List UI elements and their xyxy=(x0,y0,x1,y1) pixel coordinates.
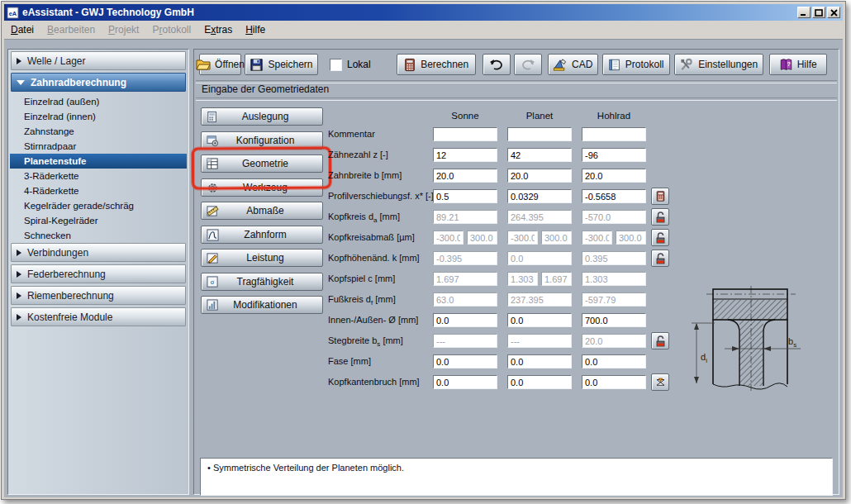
nav-konfiguration-button[interactable]: Konfiguration xyxy=(201,131,323,150)
save-floppy-icon xyxy=(250,58,264,72)
field-kopfkantenbruch-mm-sonne[interactable] xyxy=(433,375,497,389)
sidebar-item-kegelr-der-gerade-schr-g[interactable]: Kegelräder gerade/schräg xyxy=(10,198,187,213)
field-kopfh-hen-nd-k-mm-sonne xyxy=(433,251,497,265)
field-z-hnezahl-z-planet[interactable] xyxy=(507,148,572,162)
row-label-kopfkreis-d: Kopfkreis da [mm] xyxy=(328,210,434,225)
sidebar-section-kostenfreie-module[interactable]: Kostenfreie Module xyxy=(11,307,186,326)
sidebar-section-federberechnung[interactable]: Federberechnung xyxy=(11,264,186,283)
toolbar-cad-button[interactable]: CAD xyxy=(548,54,598,75)
toolbar-ffnen-button[interactable]: Öffnen xyxy=(199,54,241,75)
lock-button-stegbreite-b[interactable] xyxy=(651,332,669,349)
field-innen-au-en-mm-planet[interactable] xyxy=(507,313,572,327)
field-profilverschiebungsf-x-hohlrad[interactable] xyxy=(582,189,646,203)
toolbar-button-label: CAD xyxy=(572,59,592,70)
sidebar-section-zahnradberechnung[interactable]: Zahnradberechnung xyxy=(11,73,186,92)
sidebar-item-stirnradpaar[interactable]: Stirnradpaar xyxy=(10,139,187,154)
lock-icon xyxy=(654,231,667,245)
redo-arrow-icon xyxy=(521,59,535,70)
field-fase-mm-sonne[interactable] xyxy=(433,354,497,368)
svg-text:?: ? xyxy=(787,61,790,68)
menu-projekt[interactable]: Projekt xyxy=(102,22,145,38)
field-kopfh-hen-nd-k-mm-hohlrad xyxy=(582,251,646,265)
nav-modifikationen-button[interactable]: Modifikationen xyxy=(201,296,323,314)
nav-geometrie-button[interactable]: Geometrie xyxy=(201,155,323,173)
field-zahnbreite-b-mm-sonne[interactable] xyxy=(433,169,497,183)
titlebar[interactable]: eA eAssistant - GWJ Technology GmbH xyxy=(4,4,843,21)
svg-text:σ: σ xyxy=(210,278,214,286)
field-kopfkantenbruch-mm-hohlrad[interactable] xyxy=(582,375,646,389)
close-button[interactable] xyxy=(827,7,840,18)
redo-button[interactable] xyxy=(514,54,542,75)
calculator-icon xyxy=(403,58,416,72)
menu-extras[interactable]: Extras xyxy=(197,22,239,38)
maximize-button[interactable] xyxy=(812,7,825,18)
svg-text:bs: bs xyxy=(788,336,796,349)
menu-bearbeiten[interactable]: Bearbeiten xyxy=(40,22,102,38)
toolbar-speichern-button[interactable]: Speichern xyxy=(245,54,318,75)
triangle-collapsed-icon xyxy=(17,250,21,256)
sidebar-item-3-r-derkette[interactable]: 3-Räderkette xyxy=(10,169,187,183)
sidebar-item-einzelrad-innen[interactable]: Einzelrad (innen) xyxy=(10,109,187,124)
settings-tools-icon xyxy=(679,58,694,72)
sidebar-item-spiral-kegelr-der[interactable]: Spiral-Kegelräder xyxy=(10,213,187,228)
sidebar-item-4-r-derkette[interactable]: 4-Räderkette xyxy=(10,183,187,198)
field-innen-au-en-mm-sonne[interactable] xyxy=(433,313,497,327)
sidebar-section-welle-lager[interactable]: Welle / Lager xyxy=(11,51,186,70)
calculator-button-profilverschiebungsf-x[interactable] xyxy=(651,188,669,205)
toolbar-protokoll-button[interactable]: Protokoll xyxy=(602,54,670,75)
field-profilverschiebungsf-x-planet[interactable] xyxy=(507,189,572,203)
sidebar-item-schnecken[interactable]: Schnecken xyxy=(10,228,187,243)
toolbar-button-label: Speichern xyxy=(268,59,312,70)
lock-button-kopfkreis-d[interactable] xyxy=(651,208,669,226)
undo-button[interactable] xyxy=(483,54,511,75)
field-stegbreite-b-sonne xyxy=(433,334,497,348)
help-book-icon: ? xyxy=(779,58,793,71)
lokal-checkbox[interactable] xyxy=(330,59,342,71)
sidebar-item-einzelrad-au-en[interactable]: Einzelrad (außen) xyxy=(10,94,187,109)
sidebar-item-planetenstufe[interactable]: Planetenstufe xyxy=(10,154,187,169)
field-kopfkreisabma-m-hohlrad-0 xyxy=(582,231,612,245)
nav-button-label: Leistung xyxy=(220,252,311,264)
field-z-hnezahl-z-sonne[interactable] xyxy=(433,148,497,162)
menu-protokoll[interactable]: Protokoll xyxy=(145,22,197,38)
sidebar-item-zahnstange[interactable]: Zahnstange xyxy=(10,124,187,139)
field-fase-mm-planet[interactable] xyxy=(507,354,572,368)
status-message: • Symmetrische Verteilung der Planeten m… xyxy=(207,463,404,473)
toolbar-berechnen-button[interactable]: Berechnen xyxy=(397,54,476,75)
menu-datei[interactable]: Datei xyxy=(4,22,40,38)
toolbar-button-label: Öffnen xyxy=(215,59,245,70)
chamfer-button-kopfkantenbruch-mm[interactable] xyxy=(651,373,669,391)
field-profilverschiebungsf-x-sonne[interactable] xyxy=(433,189,497,203)
cad-setsquare-icon xyxy=(553,58,568,72)
nav-leistung-button[interactable]: Leistung xyxy=(201,249,323,267)
field-kommentar-hohlrad[interactable] xyxy=(582,127,646,141)
toolbar-checkbox-lokal: Lokal xyxy=(330,59,371,71)
toolbar-button-label: Einstellungen xyxy=(698,59,758,70)
field-kommentar-planet[interactable] xyxy=(507,127,572,141)
menu-hilfe[interactable]: Hilfe xyxy=(239,22,272,38)
gear-rim-diagram: di bs xyxy=(690,286,815,392)
field-stegbreite-b-hohlrad xyxy=(582,334,646,348)
field-fase-mm-hohlrad[interactable] xyxy=(582,354,646,368)
sidebar-section-riemenberechnung[interactable]: Riemenberechnung xyxy=(11,286,186,305)
minimize-button[interactable] xyxy=(797,7,811,18)
nav-zahnform-button[interactable]: Zahnform xyxy=(201,226,323,244)
lock-button-kopfkreisabma-m[interactable] xyxy=(651,229,669,246)
field-innen-au-en-mm-hohlrad[interactable] xyxy=(582,313,646,327)
nav-abma-e-button[interactable]: Abmaße xyxy=(201,202,323,220)
svg-text:di: di xyxy=(701,352,707,364)
sidebar-section-label: Zahnradberechnung xyxy=(31,77,126,88)
nav-werkzeug-button[interactable]: Werkzeug xyxy=(201,178,323,197)
sidebar-section-verbindungen[interactable]: Verbindungen xyxy=(11,243,186,262)
field-kommentar-sonne[interactable] xyxy=(433,127,497,141)
field-zahnbreite-b-mm-planet[interactable] xyxy=(507,169,572,183)
nav-tragf-higkeit-button[interactable]: σTragfähigkeit xyxy=(201,273,323,291)
field-kopfkantenbruch-mm-planet[interactable] xyxy=(507,375,572,389)
toolbar-button-label: Hilfe xyxy=(797,59,817,70)
field-z-hnezahl-z-hohlrad[interactable] xyxy=(582,148,646,162)
toolbar-einstellungen-button[interactable]: Einstellungen xyxy=(674,54,763,75)
nav-auslegung-button[interactable]: Auslegung xyxy=(201,107,323,126)
field-zahnbreite-b-mm-hohlrad[interactable] xyxy=(582,169,646,183)
lock-button-kopfh-hen-nd-k-mm[interactable] xyxy=(651,250,669,267)
toolbar-hilfe-button[interactable]: ?Hilfe xyxy=(769,54,827,75)
